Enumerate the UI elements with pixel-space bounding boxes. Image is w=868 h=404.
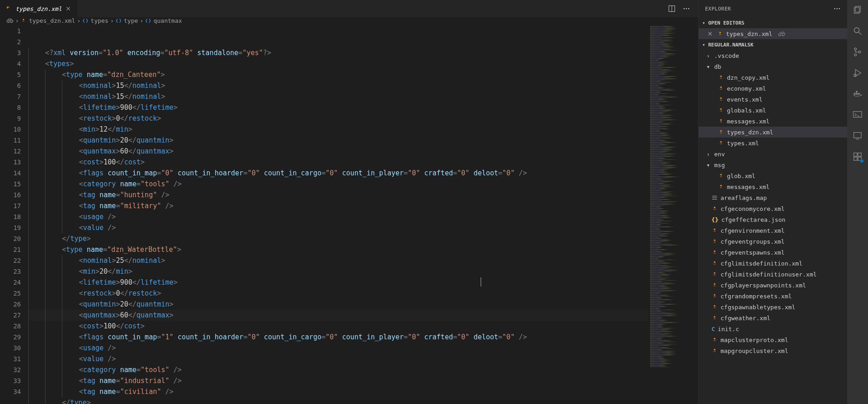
file-item[interactable]: Cinit.c — [699, 323, 847, 334]
folder-item[interactable]: ›.vscode — [699, 50, 847, 61]
remote-terminal-icon[interactable] — [851, 108, 864, 121]
file-item[interactable]: cfgeventspawns.xml — [699, 247, 847, 258]
breadcrumb-item[interactable]: type — [116, 17, 138, 24]
code-line[interactable]: <tag name="civilian" /> — [28, 386, 648, 397]
search-icon[interactable] — [851, 25, 864, 37]
line-number: 11 — [0, 135, 21, 146]
file-item[interactable]: cfgeventgroups.xml — [699, 236, 847, 247]
code-line[interactable]: <lifetime>900</lifetime> — [28, 102, 648, 113]
file-item[interactable]: types.xml — [699, 138, 847, 148]
folder-item[interactable]: ▾msg — [699, 159, 847, 170]
line-number: 15 — [0, 179, 21, 189]
debug-icon[interactable] — [851, 66, 864, 79]
code-line[interactable]: <types> — [28, 58, 648, 69]
folder-item[interactable]: ›env — [699, 148, 847, 159]
file-item[interactable]: dzn_copy.xml — [699, 72, 847, 83]
code-line[interactable]: <usage /> — [28, 343, 648, 353]
split-editor-icon[interactable] — [668, 5, 675, 12]
code-line[interactable]: <tag name="military" /> — [28, 200, 648, 211]
breadcrumb-item[interactable]: db — [6, 17, 14, 24]
xml-file-icon — [717, 31, 723, 37]
code-line[interactable]: <type name="dzn_Canteen"> — [28, 69, 648, 80]
file-item[interactable]: areaflags.map — [699, 192, 847, 203]
code-line[interactable]: <nominal>15</nominal> — [28, 91, 648, 102]
file-item[interactable]: cfgspawnabletypes.xml — [699, 302, 847, 312]
code-editor[interactable]: <?xml version="1.0" encoding="utf-8" sta… — [28, 24, 648, 404]
code-line[interactable]: <value /> — [28, 353, 648, 364]
code-line[interactable]: <type name="dzn_WaterBottle"> — [28, 244, 648, 255]
xml-file-icon — [711, 238, 718, 245]
svg-point-39 — [854, 48, 857, 50]
code-line[interactable]: <?xml version="1.0" encoding="utf-8" sta… — [28, 47, 648, 58]
file-item[interactable]: mapgroupcluster.xml — [699, 345, 847, 356]
file-item[interactable]: cfgeconomycore.xml — [699, 203, 847, 214]
open-editor-item[interactable]: types_dzn.xml db — [699, 28, 847, 39]
file-item[interactable]: messages.xml — [699, 116, 847, 127]
code-line[interactable]: <tag name="hunting" /> — [28, 189, 648, 200]
code-line[interactable]: <lifetime>900</lifetime> — [28, 277, 648, 288]
code-line[interactable]: <min>12</min> — [28, 124, 648, 135]
code-line[interactable]: </type> — [28, 233, 648, 244]
source-control-icon[interactable] — [851, 46, 864, 58]
file-label: cfgeventspawns.xml — [721, 249, 785, 256]
file-item[interactable]: globals.xml — [699, 105, 847, 116]
xml-file-icon — [718, 74, 724, 81]
code-line[interactable]: </type> — [28, 397, 648, 404]
workspace-section[interactable]: ▾ REGULAR.NAMALSK — [699, 39, 847, 50]
remote-window-icon[interactable] — [851, 129, 864, 142]
docker-icon[interactable] — [851, 87, 864, 100]
file-item[interactable]: cfgenvironment.xml — [699, 225, 847, 236]
file-item[interactable]: events.xml — [699, 94, 847, 105]
code-line[interactable]: <quantmax>60</quantmax> — [28, 310, 648, 321]
close-icon[interactable] — [707, 31, 714, 37]
tab-types-dzn[interactable]: types_dzn.xml — [0, 0, 77, 17]
breadcrumb-item[interactable]: types_dzn.xml — [20, 17, 75, 24]
code-line[interactable]: <quantmin>20</quantmin> — [28, 299, 648, 310]
code-line[interactable]: <flags count_in_map="1" count_in_hoarder… — [28, 332, 648, 343]
file-item[interactable]: cfgrandompresets.xml — [699, 291, 847, 302]
code-line[interactable]: <quantmax>60</quantmax> — [28, 146, 648, 157]
chevron-right-icon: › — [705, 52, 711, 59]
file-item[interactable]: mapclusterproto.xml — [699, 334, 847, 345]
more-actions-icon[interactable] — [683, 5, 690, 12]
file-item[interactable]: glob.xml — [699, 170, 847, 181]
code-line[interactable]: <usage /> — [28, 211, 648, 222]
chevron-down-icon: ▾ — [705, 162, 711, 169]
breadcrumb-label: types — [91, 17, 108, 24]
file-item[interactable]: cfglimitsdefinition.xml — [699, 258, 847, 269]
minimap[interactable] — [648, 24, 698, 404]
code-line[interactable]: <category name="tools" /> — [28, 179, 648, 189]
code-line[interactable]: <quantmin>20</quantmin> — [28, 135, 648, 146]
code-line[interactable]: <nominal>25</nominal> — [28, 255, 648, 266]
svg-rect-47 — [856, 91, 858, 93]
code-line[interactable]: <restock>0</restock> — [28, 288, 648, 299]
code-line[interactable]: <flags count_in_map="0" count_in_hoarder… — [28, 168, 648, 179]
code-line[interactable]: <cost>100</cost> — [28, 157, 648, 168]
file-item[interactable]: messages.xml — [699, 181, 847, 192]
breadcrumb-item[interactable]: types — [82, 17, 108, 24]
file-item[interactable]: {}cfgeffectarea.json — [699, 214, 847, 225]
copy-icon[interactable] — [851, 4, 864, 16]
svg-point-37 — [854, 28, 859, 33]
file-item[interactable]: cfglimitsdefinitionuser.xml — [699, 269, 847, 280]
folder-item[interactable]: ▾db — [699, 61, 847, 72]
file-item[interactable]: cfgplayerspawnpoints.xml — [699, 280, 847, 291]
code-line[interactable]: <min>20</min> — [28, 266, 648, 277]
file-item[interactable]: economy.xml — [699, 83, 847, 94]
file-item[interactable]: types_dzn.xml — [699, 127, 847, 138]
explorer-more-icon[interactable] — [833, 5, 841, 12]
code-line[interactable]: <nominal>15</nominal> — [28, 80, 648, 91]
line-number: 34 — [0, 386, 21, 397]
close-icon[interactable] — [65, 5, 72, 12]
file-item[interactable]: cfgweather.xml — [699, 312, 847, 323]
svg-point-10 — [719, 32, 721, 34]
code-line[interactable]: <value /> — [28, 222, 648, 233]
breadcrumb-item[interactable]: quantmax — [145, 17, 182, 24]
extensions-icon[interactable] — [851, 150, 864, 163]
code-line[interactable]: <category name="tools" /> — [28, 364, 648, 375]
open-editors-section[interactable]: ▾ OPEN EDITORS — [699, 17, 847, 28]
breadcrumb[interactable]: db›types_dzn.xml›types›type›quantmax — [0, 17, 698, 24]
code-line[interactable]: <restock>0</restock> — [28, 113, 648, 124]
code-line[interactable]: <cost>100</cost> — [28, 321, 648, 332]
code-line[interactable]: <tag name="industrial" /> — [28, 375, 648, 386]
